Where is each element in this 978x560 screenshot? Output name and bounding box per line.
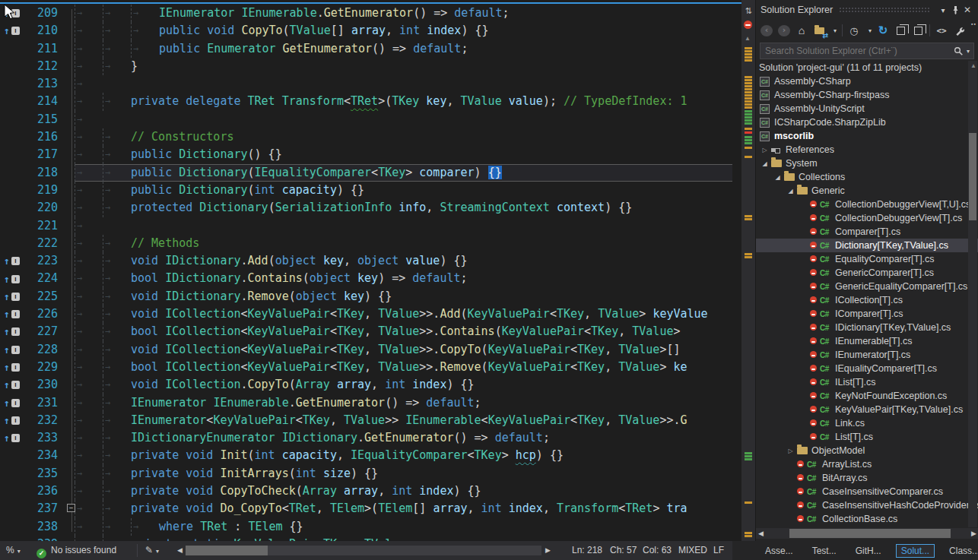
scrollbar-thumb[interactable] (789, 529, 951, 538)
outlining-margin[interactable] (64, 465, 75, 482)
window-position-chevron-icon[interactable]: ▾ (937, 4, 949, 16)
code-text[interactable]: →→private void InitArrays(int size) {} (75, 465, 732, 482)
tree-item-file[interactable]: C#ArrayList.cs (756, 457, 978, 471)
outlining-margin[interactable] (64, 536, 75, 541)
code-line[interactable]: 219→→public Dictionary(int capacity) {} (0, 182, 732, 199)
code-line[interactable]: 212→→} (0, 58, 732, 75)
code-line[interactable]: 213→ (0, 75, 732, 93)
tree-item-folder[interactable]: ◢Collections (756, 170, 978, 184)
outlining-margin[interactable] (64, 22, 75, 40)
solution-explorer-titlebar[interactable]: Solution Explorer ▾ ✕ (756, 0, 978, 20)
glyph-margin[interactable] (0, 58, 21, 75)
implements-interface-icon[interactable]: ↑ (4, 362, 10, 372)
tree-item-file[interactable]: C#CollectionBase.cs (756, 512, 978, 526)
code-line[interactable]: 237→→private void Do_CopyTo<TRet, TElem>… (0, 500, 732, 517)
split-window-icon[interactable]: ⇅ (743, 5, 754, 17)
outlining-margin[interactable] (64, 235, 75, 252)
code-line[interactable]: ↑I228→→void ICollection<KeyValuePair<TKe… (0, 341, 732, 359)
implements-interface-icon[interactable]: ↑ (4, 274, 10, 284)
scroll-up-icon[interactable]: ▲ (745, 35, 751, 42)
glyph-margin[interactable]: ↑I (0, 394, 21, 412)
line-number[interactable]: 222 (21, 235, 64, 252)
implements-interface-icon[interactable]: ↑ (4, 256, 10, 266)
code-line[interactable]: ↑I227→→bool ICollection<KeyValuePair<TKe… (0, 323, 732, 340)
tree-item-solution[interactable]: Solution 'project-gui' (11 of 11 project… (756, 61, 978, 74)
outlining-margin[interactable] (64, 270, 75, 287)
code-text[interactable]: →→public Dictionary(IEqualityComparer<TK… (75, 164, 732, 182)
glyph-margin[interactable]: ↑I (0, 305, 21, 323)
code-line[interactable]: 239→→private static KeyValuePair<TKey, T… (0, 536, 732, 541)
code-line[interactable]: ↑I231→→IEnumerator IEnumerable.GetEnumer… (0, 394, 732, 412)
editor-horizontal-scrollbar[interactable] (186, 546, 541, 555)
tree-item-file[interactable]: C#IComparer[T].cs (756, 307, 978, 321)
implements-interface-icon[interactable]: ↑ (4, 416, 10, 426)
glyph-margin[interactable]: ↑I (0, 323, 21, 340)
tree-item-file[interactable]: C#IList[T].cs (756, 375, 978, 389)
code-line[interactable]: ↑I223→→void IDictionary.Add(object key, … (0, 252, 732, 270)
line-number[interactable]: 217 (21, 146, 64, 163)
code-lines[interactable]: ↑I209→→→IEnumerator IEnumerable.GetEnume… (0, 5, 732, 541)
line-ending-indicator[interactable]: LF (713, 541, 724, 560)
outlining-margin[interactable] (64, 5, 75, 22)
glyph-margin[interactable] (0, 500, 21, 517)
implements-interface-icon[interactable]: ↑ (4, 398, 10, 408)
expanded-chevron-icon[interactable]: ◢ (784, 188, 797, 195)
line-number[interactable]: 224 (21, 270, 64, 287)
outlining-margin[interactable] (64, 482, 75, 500)
outlining-margin[interactable] (64, 199, 75, 217)
glyph-margin[interactable] (0, 182, 21, 199)
tree-item-file[interactable]: C#IEqualityComparer[T].cs (756, 362, 978, 375)
code-text[interactable]: →→private delegate TRet Transform<TRet>(… (75, 93, 732, 110)
sync-with-active-document-icon[interactable]: ⇄ (813, 24, 825, 37)
outlining-margin[interactable] (64, 305, 75, 323)
code-text[interactable]: →→private void Init(int capacity, IEqual… (75, 447, 732, 464)
panel-tab-class[interactable]: Class... (945, 545, 978, 557)
outlining-margin[interactable] (64, 75, 75, 93)
code-text[interactable]: →→bool IDictionary.Contains(object key) … (75, 270, 732, 287)
outlining-margin[interactable] (64, 128, 75, 146)
code-text[interactable]: → (75, 111, 732, 128)
panel-tab-solut[interactable]: Solut... (896, 544, 935, 558)
line-number[interactable]: 233 (21, 429, 64, 447)
line-number[interactable]: 239 (21, 536, 64, 541)
code-line[interactable]: 214→→private delegate TRet Transform<TRe… (0, 93, 732, 110)
outlining-margin[interactable] (64, 111, 75, 128)
outlining-margin[interactable] (64, 359, 75, 376)
glyph-margin[interactable] (0, 75, 21, 93)
close-icon[interactable]: ✕ (961, 4, 973, 16)
editor-vertical-scrollbar[interactable]: ⇅ ▲ (741, 0, 755, 541)
tree-item-file[interactable]: C#List[T].cs (756, 430, 978, 444)
collapse-region-icon[interactable]: − (67, 504, 75, 512)
tree-item-file[interactable]: C#ICollection[T].cs (756, 293, 978, 307)
outlining-margin[interactable] (64, 288, 75, 305)
outlining-margin[interactable] (64, 429, 75, 447)
outlining-margin[interactable] (64, 394, 75, 412)
tree-scroll-up-icon[interactable]: ▲ (970, 62, 976, 69)
implements-interface-icon[interactable]: ↑ (4, 26, 10, 36)
code-line[interactable]: 220→→protected Dictionary(SerializationI… (0, 199, 732, 217)
implements-interface-icon[interactable]: ↑ (4, 292, 10, 302)
panel-drag-grip[interactable] (839, 7, 931, 13)
outlining-margin[interactable] (64, 518, 75, 536)
issues-indicator[interactable]: ✓No issues found (37, 541, 116, 560)
outlining-margin[interactable] (64, 412, 75, 429)
scrollbar-thumb[interactable] (969, 133, 976, 220)
code-text[interactable]: →→→IEnumerator IEnumerable.GetEnumerator… (75, 5, 732, 22)
tree-vertical-scrollbar[interactable] (968, 61, 977, 527)
code-text[interactable]: →→IEnumerator<KeyValuePair<TKey, TValue>… (75, 412, 732, 429)
line-number[interactable]: 231 (21, 394, 64, 412)
code-text[interactable]: → (75, 217, 732, 235)
scrollbar-thumb[interactable] (186, 546, 268, 555)
code-line[interactable]: ↑I232→→IEnumerator<KeyValuePair<TKey, TV… (0, 412, 732, 429)
implements-interface-icon[interactable]: ↑ (4, 380, 10, 390)
code-text[interactable]: →→private static KeyValuePair<TKey, TVal… (75, 536, 732, 541)
code-text[interactable]: →→void ICollection.CopyTo(Array array, i… (75, 376, 732, 394)
scroll-left-icon[interactable]: ◀ (758, 530, 764, 537)
implements-interface-icon[interactable]: ↑ (4, 309, 10, 319)
outlining-margin[interactable] (64, 252, 75, 270)
glyph-margin[interactable]: ↑I (0, 341, 21, 359)
code-text[interactable]: →→private void Do_CopyTo<TRet, TElem>(TE… (75, 500, 732, 517)
view-code-icon[interactable]: <> (935, 24, 948, 37)
line-number[interactable]: 210 (21, 22, 64, 40)
line-number[interactable]: 212 (21, 58, 64, 75)
